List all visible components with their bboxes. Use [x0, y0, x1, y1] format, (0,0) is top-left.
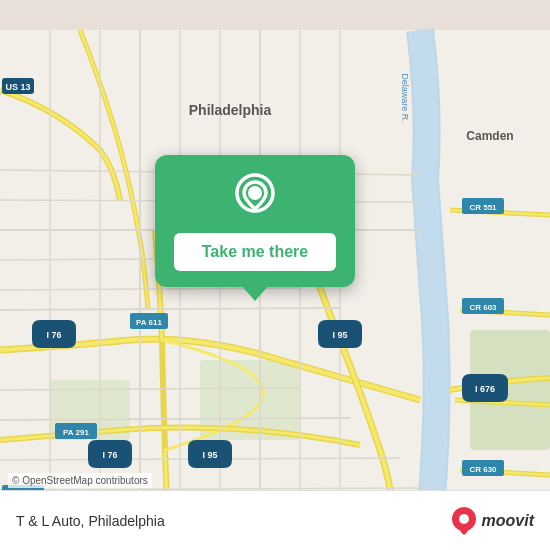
svg-text:Camden: Camden — [466, 129, 513, 143]
svg-text:CR 630: CR 630 — [469, 465, 497, 474]
svg-text:Philadelphia: Philadelphia — [189, 102, 272, 118]
moovit-logo-text: moovit — [482, 512, 534, 530]
location-title: T & L Auto, Philadelphia — [16, 513, 165, 529]
svg-text:I 95: I 95 — [202, 450, 217, 460]
map-attribution: © OpenStreetMap contributors — [8, 473, 152, 488]
svg-text:Delaware R.: Delaware R. — [400, 73, 410, 123]
svg-text:I 76: I 76 — [102, 450, 117, 460]
svg-text:US 13: US 13 — [5, 82, 30, 92]
popup-card: Take me there — [155, 155, 355, 287]
svg-point-45 — [248, 186, 262, 200]
take-me-there-button[interactable]: Take me there — [174, 233, 336, 271]
svg-text:PA 291: PA 291 — [63, 428, 89, 437]
moovit-logo: moovit — [450, 507, 534, 535]
location-pin-icon — [230, 173, 280, 223]
svg-text:I 95: I 95 — [332, 330, 347, 340]
svg-point-47 — [459, 514, 469, 524]
svg-text:I 676: I 676 — [475, 384, 495, 394]
svg-text:I 76: I 76 — [46, 330, 61, 340]
map-container: US 13 I 76 I 95 I 95 I 76 PA 611 PA 291 … — [0, 0, 550, 550]
svg-text:PA 611: PA 611 — [136, 318, 162, 327]
svg-text:CR 603: CR 603 — [469, 303, 497, 312]
moovit-brand-icon — [450, 507, 478, 535]
svg-text:CR 551: CR 551 — [469, 203, 497, 212]
bottom-bar: T & L Auto, Philadelphia moovit — [0, 490, 550, 550]
